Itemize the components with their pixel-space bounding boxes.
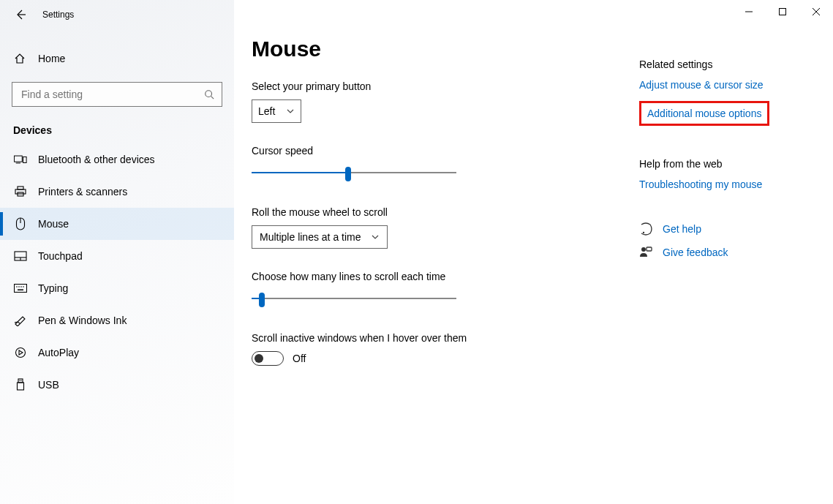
troubleshoot-link[interactable]: Troubleshooting my mouse bbox=[639, 178, 815, 190]
primary-button-value: Left bbox=[258, 105, 275, 117]
svg-rect-1 bbox=[780, 9, 786, 15]
sidebar-item-printers[interactable]: Printers & scanners bbox=[0, 176, 234, 208]
svg-rect-9 bbox=[23, 157, 26, 162]
sidebar-item-touchpad[interactable]: Touchpad bbox=[0, 240, 234, 272]
sidebar-item-usb[interactable]: USB bbox=[0, 369, 234, 401]
home-button[interactable]: Home bbox=[0, 45, 234, 72]
svg-rect-7 bbox=[14, 156, 22, 162]
svg-rect-18 bbox=[15, 285, 27, 293]
sidebar-item-typing[interactable]: Typing bbox=[0, 272, 234, 304]
sidebar-item-pen[interactable]: Pen & Windows Ink bbox=[0, 304, 234, 336]
sidebar-item-bluetooth[interactable]: Bluetooth & other devices bbox=[0, 143, 234, 176]
printer-icon bbox=[13, 186, 28, 198]
svg-point-19 bbox=[16, 286, 18, 287]
lines-slider[interactable] bbox=[252, 290, 456, 307]
mouse-icon bbox=[13, 217, 28, 230]
svg-point-22 bbox=[23, 286, 24, 287]
svg-rect-31 bbox=[647, 247, 652, 251]
sidebar-item-label: Touchpad bbox=[38, 250, 83, 262]
help-icon bbox=[639, 222, 652, 236]
feedback-icon bbox=[639, 246, 652, 259]
sidebar-item-label: AutoPlay bbox=[38, 347, 79, 358]
sidebar-item-label: Typing bbox=[38, 282, 68, 294]
touchpad-icon bbox=[13, 251, 28, 261]
chevron-down-icon bbox=[286, 107, 295, 116]
adjust-mouse-link[interactable]: Adjust mouse & cursor size bbox=[639, 79, 815, 91]
svg-point-21 bbox=[20, 286, 22, 287]
wheel-mode-dropdown[interactable]: Multiple lines at a time bbox=[252, 225, 388, 249]
svg-rect-26 bbox=[18, 383, 24, 390]
sidebar-item-label: USB bbox=[38, 379, 59, 391]
svg-point-30 bbox=[641, 247, 646, 252]
svg-rect-10 bbox=[18, 187, 23, 189]
svg-rect-23 bbox=[18, 290, 23, 291]
get-help-label: Get help bbox=[663, 223, 701, 235]
get-help-button[interactable]: Get help bbox=[639, 222, 815, 236]
sidebar-item-label: Pen & Windows Ink bbox=[38, 315, 127, 326]
keyboard-icon bbox=[13, 284, 28, 293]
sidebar-item-label: Mouse bbox=[38, 218, 69, 230]
sidebar-item-autoplay[interactable]: AutoPlay bbox=[0, 336, 234, 369]
home-label: Home bbox=[38, 53, 65, 64]
sidebar-item-label: Printers & scanners bbox=[38, 186, 127, 198]
wheel-mode-label: Roll the mouse wheel to scroll bbox=[252, 206, 617, 218]
primary-button-dropdown[interactable]: Left bbox=[252, 99, 301, 123]
svg-line-6 bbox=[211, 97, 214, 99]
toggle-state-label: Off bbox=[293, 353, 306, 364]
lines-label: Choose how many lines to scroll each tim… bbox=[252, 271, 617, 282]
svg-point-5 bbox=[206, 91, 212, 97]
svg-point-24 bbox=[16, 348, 26, 358]
related-settings-heading: Related settings bbox=[639, 59, 815, 70]
search-icon bbox=[204, 89, 214, 99]
maximize-button[interactable] bbox=[766, 0, 799, 23]
cursor-speed-slider[interactable] bbox=[252, 164, 456, 181]
give-feedback-label: Give feedback bbox=[663, 247, 728, 258]
usb-icon bbox=[13, 378, 28, 391]
svg-rect-11 bbox=[15, 189, 26, 194]
minimize-button[interactable] bbox=[732, 0, 766, 23]
main-content: Mouse Select your primary button Left Cu… bbox=[252, 37, 617, 504]
sidebar: Settings Home Devices Bluetooth & other … bbox=[0, 0, 234, 504]
chevron-down-icon bbox=[371, 233, 380, 241]
home-icon bbox=[13, 53, 26, 64]
close-button[interactable] bbox=[799, 0, 833, 23]
search-field[interactable] bbox=[20, 88, 204, 101]
cursor-speed-label: Cursor speed bbox=[252, 145, 617, 157]
additional-mouse-options-link[interactable]: Additional mouse options bbox=[647, 108, 761, 119]
sidebar-item-label: Bluetooth & other devices bbox=[38, 154, 155, 165]
back-button[interactable] bbox=[15, 9, 26, 20]
autoplay-icon bbox=[13, 347, 28, 358]
page-title: Mouse bbox=[252, 37, 617, 61]
help-from-web-heading: Help from the web bbox=[639, 158, 815, 170]
wheel-mode-value: Multiple lines at a time bbox=[260, 231, 361, 243]
aside-panel: Related settings Adjust mouse & cursor s… bbox=[639, 37, 815, 504]
search-input[interactable] bbox=[12, 82, 222, 107]
svg-point-20 bbox=[18, 286, 20, 287]
window-title: Settings bbox=[42, 10, 74, 20]
additional-mouse-options-highlight: Additional mouse options bbox=[639, 101, 769, 126]
give-feedback-button[interactable]: Give feedback bbox=[639, 246, 815, 259]
category-heading: Devices bbox=[13, 124, 221, 136]
primary-button-label: Select your primary button bbox=[252, 80, 617, 92]
inactive-windows-toggle[interactable] bbox=[252, 351, 284, 366]
inactive-windows-label: Scroll inactive windows when I hover ove… bbox=[252, 332, 617, 344]
pen-icon bbox=[13, 315, 28, 326]
svg-rect-25 bbox=[18, 379, 23, 383]
sidebar-item-mouse[interactable]: Mouse bbox=[0, 208, 234, 240]
svg-point-29 bbox=[643, 232, 644, 233]
devices-icon bbox=[13, 154, 28, 165]
